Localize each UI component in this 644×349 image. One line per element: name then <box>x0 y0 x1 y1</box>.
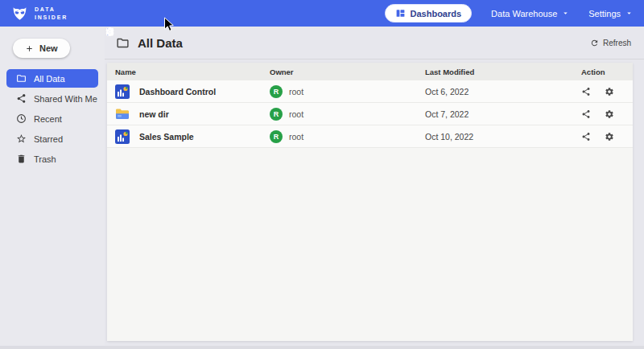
action-cell <box>581 132 633 142</box>
sidebar-item-label: Recent <box>34 114 62 124</box>
dashboard-grid-icon <box>395 8 406 18</box>
owner-name: root <box>289 87 303 96</box>
trash-icon <box>16 154 27 164</box>
sidebar-item-shared-with-me[interactable]: Shared With Me <box>6 89 98 108</box>
column-header-name: Name <box>107 68 270 76</box>
gear-icon[interactable] <box>605 132 614 142</box>
name-cell: Sales Sample <box>107 129 270 144</box>
page-title: All Data <box>138 36 183 50</box>
top-navbar: DATA INSIDER Dashboards Data Warehouse <box>0 0 644 27</box>
clock-icon <box>16 113 27 124</box>
owner-cell: R root <box>270 85 425 98</box>
sidebar-item-all-data[interactable]: All Data <box>6 69 98 88</box>
action-cell <box>581 87 633 96</box>
new-button-label: New <box>39 43 58 53</box>
folder-icon <box>116 36 130 50</box>
file-name: Dashboard Control <box>139 87 216 96</box>
column-header-action: Action <box>581 68 633 76</box>
table-row[interactable]: Dashboard Control R root Oct 6, 2022 <box>107 80 633 103</box>
sidebar-item-label: Trash <box>34 154 56 164</box>
owner-name: root <box>289 109 303 119</box>
sidebar-item-label: Starred <box>34 134 63 144</box>
page-title-group: All Data <box>116 36 183 50</box>
last-modified-cell: Oct 10, 2022 <box>425 132 581 142</box>
table-row[interactable]: Sales Sample R root Oct 10, 2022 <box>107 125 633 148</box>
share-icon[interactable] <box>581 87 591 96</box>
file-name: new dir <box>139 109 169 119</box>
sidebar-item-label: Shared With Me <box>34 94 97 104</box>
refresh-label: Refresh <box>603 39 631 47</box>
data-warehouse-menu[interactable]: Data Warehouse <box>491 9 569 18</box>
brand-name: DATA INSIDER <box>35 6 68 21</box>
owner-avatar: R <box>270 108 283 121</box>
last-modified-cell: Oct 6, 2022 <box>425 87 581 96</box>
main-content: All Data Refresh Name Owner Last Modifie… <box>105 27 644 349</box>
window-bottom-edge <box>0 346 644 349</box>
main-header: All Data Refresh <box>105 27 644 60</box>
share-icon[interactable] <box>581 109 591 119</box>
name-cell: Dashboard Control <box>107 84 270 99</box>
sidebar-item-label: All Data <box>34 74 65 84</box>
refresh-button[interactable]: Refresh <box>590 39 631 47</box>
action-cell <box>581 109 633 119</box>
dashboards-label: Dashboards <box>411 9 462 18</box>
mouse-cursor <box>163 17 175 33</box>
column-header-owner: Owner <box>270 68 425 76</box>
share-icon[interactable] <box>581 132 591 142</box>
star-icon <box>16 133 27 144</box>
refresh-icon <box>590 39 599 47</box>
last-modified-cell: Oct 7, 2022 <box>425 109 581 119</box>
sidebar-item-starred[interactable]: Starred <box>6 129 98 148</box>
owner-avatar: R <box>270 130 283 143</box>
brand-logo: DATA INSIDER <box>11 5 68 22</box>
folder-icon <box>16 73 27 84</box>
table-row[interactable]: new dir R root Oct 7, 2022 <box>107 103 633 125</box>
owner-cell: R root <box>270 130 425 143</box>
new-button[interactable]: New <box>13 39 70 58</box>
folder-file-icon <box>115 107 130 121</box>
data-warehouse-label: Data Warehouse <box>491 9 557 18</box>
name-cell: new dir <box>107 107 270 121</box>
data-table-card: Name Owner Last Modified Action Dashboar… <box>107 63 633 341</box>
file-name: Sales Sample <box>139 132 194 142</box>
owl-logo-icon <box>11 5 28 22</box>
sidebar-item-trash[interactable]: Trash <box>6 150 98 168</box>
settings-menu[interactable]: Settings <box>588 9 633 18</box>
sidebar-menu: All Data Shared With Me Recent Starred <box>0 69 105 168</box>
owner-name: root <box>289 132 303 142</box>
table-header-row: Name Owner Last Modified Action <box>107 63 633 80</box>
sidebar-item-recent[interactable]: Recent <box>6 109 98 128</box>
chevron-down-icon <box>625 10 633 17</box>
dashboard-file-icon <box>115 84 130 99</box>
plus-icon <box>25 44 34 53</box>
share-icon <box>16 93 27 104</box>
gear-icon[interactable] <box>605 87 614 96</box>
owner-cell: R root <box>270 108 425 121</box>
dashboard-file-icon <box>115 129 130 144</box>
settings-label: Settings <box>588 9 621 18</box>
dashboards-button[interactable]: Dashboards <box>385 4 473 23</box>
chevron-down-icon <box>562 10 569 17</box>
gear-icon[interactable] <box>605 109 614 119</box>
column-header-last-modified: Last Modified <box>425 68 581 76</box>
sidebar: New All Data Shared With Me Recent <box>0 27 105 349</box>
navbar-actions: Dashboards Data Warehouse Settings <box>385 4 633 23</box>
owner-avatar: R <box>270 85 283 98</box>
